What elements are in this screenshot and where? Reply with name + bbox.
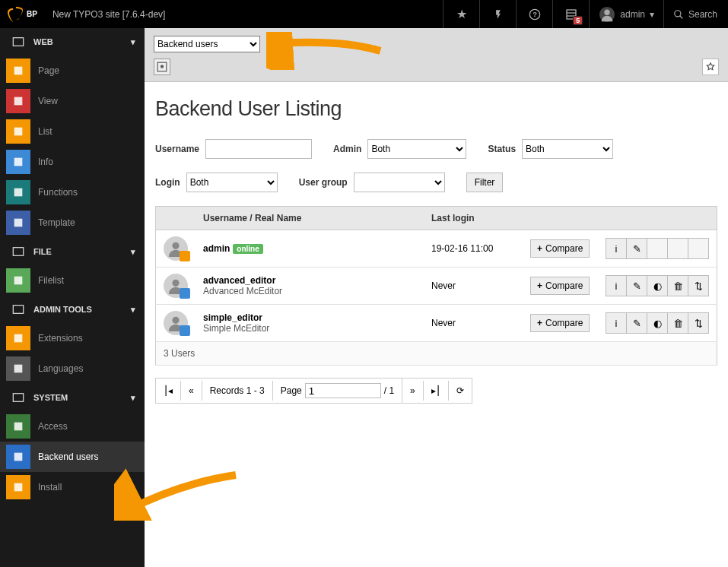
admin-select[interactable]: Both — [367, 139, 466, 159]
sidebar-group-admin-tools[interactable]: ADMIN TOOLS▾ — [0, 296, 145, 323]
users-table: Username / Real Name Last login adminonl… — [155, 206, 717, 366]
typo3-logo[interactable] — [0, 0, 30, 28]
svg-rect-19 — [14, 334, 23, 343]
module-select[interactable]: Backend users — [154, 36, 260, 52]
module-icon — [6, 150, 30, 174]
module-icon — [6, 475, 30, 499]
svg-point-27 — [172, 280, 179, 287]
filters: Username Admin Both Status Both Login Bo… — [155, 139, 717, 192]
online-badge: online — [233, 244, 262, 254]
realname: Simple McEditor — [203, 323, 416, 334]
table-row: simple_editorSimple McEditorNever+ Compa… — [156, 305, 717, 342]
refresh-button[interactable]: ⟳ — [449, 381, 472, 401]
site-title: New TYPO3 site [7.6.4-dev] — [37, 9, 443, 20]
switch-user-icon[interactable]: ⇅ — [688, 275, 709, 296]
content-area: Backend users Backend User Listing Usern… — [145, 28, 728, 567]
page-of: / 1 — [384, 385, 394, 396]
sidebar-item-backend-users[interactable]: Backend users — [0, 442, 145, 472]
info-icon[interactable]: i — [606, 238, 627, 259]
usergroup-select[interactable] — [354, 173, 445, 192]
next-page-button[interactable]: » — [402, 381, 424, 401]
help-icon[interactable]: ? — [516, 0, 552, 28]
svg-line-8 — [680, 15, 683, 18]
switch-user-icon[interactable]: ⇅ — [688, 312, 709, 334]
page-title: Backend User Listing — [155, 97, 717, 121]
topbar: BP New TYPO3 site [7.6.4-dev] ★ ? 5 admi… — [0, 0, 728, 28]
login-select[interactable]: Both — [186, 173, 278, 192]
module-icon — [6, 356, 30, 381]
search-label: Search — [688, 9, 717, 20]
svg-rect-18 — [13, 306, 23, 314]
compare-button[interactable]: + Compare — [530, 277, 590, 295]
notifications-icon[interactable]: 5 — [552, 0, 589, 28]
group-icon — [9, 36, 27, 48]
svg-rect-12 — [14, 128, 23, 136]
module-icon — [6, 326, 30, 350]
login-label: Login — [155, 177, 180, 188]
sidebar-item-languages[interactable]: Languages — [0, 353, 145, 384]
table-row: advanced_editorAdvanced McEditorNever+ C… — [156, 268, 717, 305]
compare-button[interactable]: + Compare — [530, 314, 590, 332]
edit-icon[interactable]: ✎ — [626, 275, 647, 296]
admin-label: Admin — [333, 144, 361, 154]
flash-icon[interactable] — [479, 0, 516, 28]
user-menu[interactable]: admin ▾ — [589, 0, 663, 28]
svg-rect-10 — [14, 67, 23, 75]
group-icon — [9, 303, 27, 315]
svg-point-7 — [675, 10, 681, 16]
sidebar-item-template[interactable]: Template — [0, 207, 145, 238]
module-icon — [6, 445, 30, 469]
status-select[interactable]: Both — [522, 139, 613, 159]
sidebar-item-functions[interactable]: Functions — [0, 177, 145, 207]
last-page-button[interactable]: ▸⎮ — [424, 381, 449, 401]
sidebar-item-access[interactable]: Access — [0, 411, 145, 442]
sidebar-group-file[interactable]: FILE▾ — [0, 238, 145, 265]
bookmark-icon[interactable]: ★ — [443, 0, 479, 28]
toggle-icon[interactable]: ◐ — [647, 275, 668, 296]
delete-icon[interactable]: 🗑 — [667, 275, 688, 296]
sidebar-item-list[interactable]: List — [0, 116, 145, 147]
filter-button[interactable]: Filter — [466, 173, 504, 192]
toggle-icon[interactable]: ◐ — [647, 312, 668, 334]
edit-icon[interactable]: ✎ — [626, 312, 647, 334]
chevron-down-icon: ▾ — [131, 393, 135, 403]
sidebar-group-web[interactable]: WEB▾ — [0, 28, 145, 55]
avatar — [164, 236, 188, 261]
avatar — [164, 311, 188, 335]
sidebar-group-system[interactable]: SYSTEM▾ — [0, 384, 145, 411]
bookmark-star-icon[interactable] — [702, 59, 719, 75]
first-page-button[interactable]: ⎮◂ — [156, 381, 181, 401]
chevron-down-icon: ▾ — [131, 247, 135, 257]
group-icon — [9, 245, 27, 258]
table-footer: 3 Users — [156, 342, 717, 366]
username: simple_editor — [203, 312, 416, 323]
avatar — [164, 274, 188, 298]
sidebar-item-page[interactable]: Page — [0, 55, 145, 86]
sidebar-item-filelist[interactable]: Filelist — [0, 265, 145, 296]
info-icon[interactable]: i — [606, 275, 627, 296]
chevron-down-icon: ▾ — [131, 305, 135, 315]
sidebar-item-view[interactable]: View — [0, 86, 145, 116]
chevron-down-icon: ▾ — [131, 37, 135, 47]
sidebar-item-info[interactable]: Info — [0, 147, 145, 177]
sidebar-item-extensions[interactable]: Extensions — [0, 323, 145, 353]
svg-rect-17 — [14, 277, 23, 285]
username-input[interactable] — [205, 139, 312, 159]
prev-page-button[interactable]: « — [181, 381, 202, 401]
svg-rect-11 — [14, 97, 23, 106]
search-button[interactable]: Search — [663, 0, 728, 28]
col-lastlogin: Last login — [424, 207, 523, 230]
svg-rect-24 — [14, 483, 23, 492]
edit-icon[interactable]: ✎ — [626, 238, 647, 259]
svg-rect-9 — [13, 38, 23, 46]
module-icon — [6, 414, 30, 439]
add-bookmark-icon[interactable] — [154, 59, 170, 75]
sidebar-item-install[interactable]: Install — [0, 472, 145, 502]
user-label: admin — [620, 9, 645, 20]
page-input[interactable] — [305, 383, 381, 398]
info-icon[interactable]: i — [606, 312, 627, 334]
delete-icon[interactable]: 🗑 — [667, 312, 688, 334]
compare-button[interactable]: + Compare — [530, 239, 590, 258]
svg-rect-23 — [14, 453, 23, 461]
realname: Advanced McEditor — [203, 286, 416, 296]
